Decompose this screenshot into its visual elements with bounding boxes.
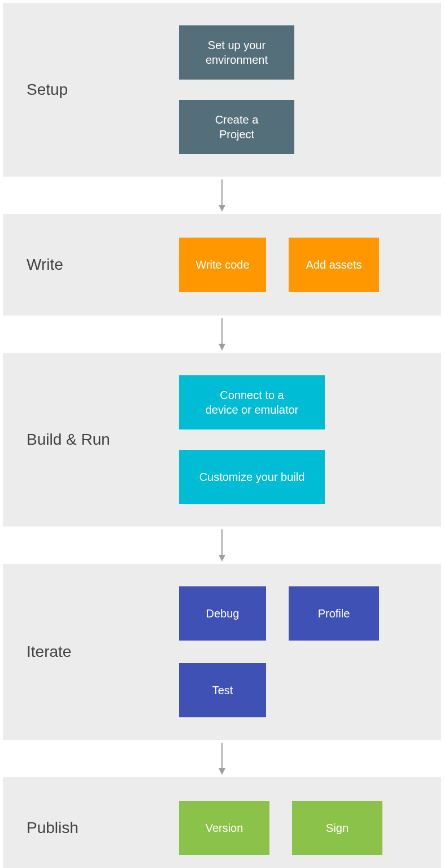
svg-marker-1 <box>219 205 225 212</box>
stage-label: Setup <box>27 81 179 99</box>
svg-marker-7 <box>219 768 225 775</box>
stage-label: Iterate <box>27 643 179 661</box>
card-group: Write codeAdd assets <box>179 238 379 292</box>
workflow-card[interactable]: Add assets <box>289 238 379 292</box>
stage-label: Write <box>27 256 179 274</box>
workflow-card[interactable]: Customize your build <box>179 450 325 504</box>
stage-write: WriteWrite codeAdd assets <box>3 214 441 315</box>
workflow-card[interactable]: Set up yourenvironment <box>179 25 294 80</box>
card-group: Set up yourenvironmentCreate aProject <box>179 25 294 154</box>
svg-marker-3 <box>219 344 225 350</box>
workflow-card[interactable]: Sign <box>292 801 382 855</box>
arrow-down-icon <box>3 527 441 564</box>
stage-setup: SetupSet up yourenvironmentCreate aProje… <box>3 3 441 177</box>
workflow-diagram: SetupSet up yourenvironmentCreate aProje… <box>3 3 441 868</box>
workflow-card[interactable]: Connect to adevice or emulator <box>179 375 325 429</box>
arrow-down-icon <box>3 740 441 777</box>
arrow-down-icon <box>3 315 441 353</box>
card-group: DebugProfileTest <box>179 586 405 717</box>
workflow-card[interactable]: Profile <box>289 586 379 641</box>
card-group: VersionSign <box>179 801 382 855</box>
stage-build-run: Build & RunConnect to adevice or emulato… <box>3 353 441 527</box>
workflow-card[interactable]: Write code <box>179 238 266 292</box>
workflow-card[interactable]: Test <box>179 663 266 717</box>
stage-iterate: IterateDebugProfileTest <box>3 564 441 740</box>
workflow-card[interactable]: Version <box>179 801 269 855</box>
stage-label: Build & Run <box>27 431 179 449</box>
stage-publish: PublishVersionSign <box>3 777 441 868</box>
svg-marker-5 <box>219 555 225 562</box>
stage-label: Publish <box>27 819 179 837</box>
workflow-card[interactable]: Debug <box>179 586 266 641</box>
card-group: Connect to adevice or emulatorCustomize … <box>179 375 325 504</box>
workflow-card[interactable]: Create aProject <box>179 100 294 154</box>
arrow-down-icon <box>3 177 441 214</box>
